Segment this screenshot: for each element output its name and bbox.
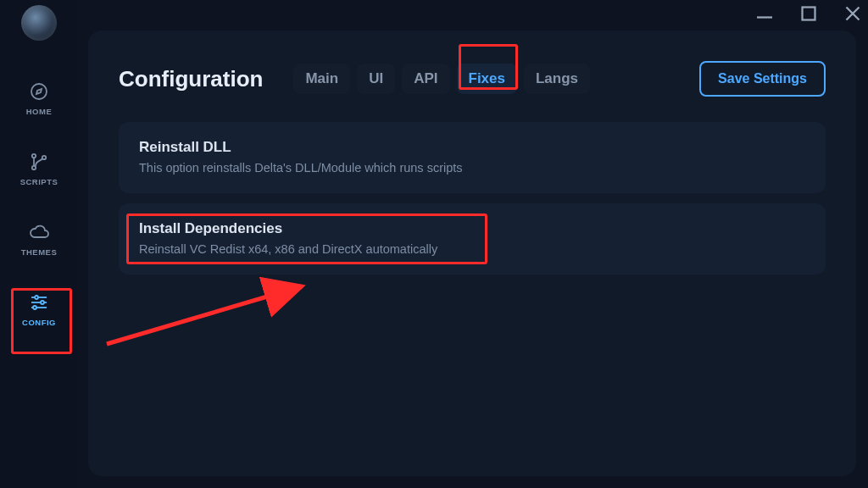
svg-point-6: [32, 154, 36, 158]
svg-rect-1: [803, 8, 815, 20]
sidebar-item-label: SCRIPTS: [20, 177, 58, 186]
close-button[interactable]: [843, 3, 863, 24]
tab-api[interactable]: API: [402, 64, 449, 94]
app-logo: [21, 5, 57, 41]
panel-install-dependencies[interactable]: Install Dependencies Reinstall VC Redist…: [119, 203, 826, 274]
sidebar-item-label: HOME: [26, 107, 53, 116]
sidebar-item-label: THEMES: [21, 247, 58, 257]
tabs: Main UI API Fixes Langs: [293, 64, 590, 94]
sidebar: HOME SCRIPTS THEMES CONFIG: [0, 0, 78, 488]
panel-reinstall-dll[interactable]: Reinstall DLL This option reinstalls Del…: [119, 122, 826, 193]
sidebar-item-scripts[interactable]: SCRIPTS: [13, 145, 65, 193]
panel-title: Reinstall DLL: [139, 139, 805, 156]
sidebar-item-config[interactable]: CONFIG: [13, 286, 65, 334]
sidebar-item-home[interactable]: HOME: [13, 75, 65, 123]
maximize-button[interactable]: [798, 3, 819, 24]
sidebar-item-label: CONFIG: [22, 318, 56, 327]
panel-title: Install Dependencies: [139, 220, 805, 237]
content-pane: Configuration Main UI API Fixes Langs Sa…: [88, 30, 856, 476]
tab-fixes[interactable]: Fixes: [457, 64, 517, 94]
panel-desc: Reinstall VC Redist x64, x86 and DirectX…: [139, 242, 805, 256]
minimize-button[interactable]: [754, 3, 775, 24]
window-controls: [754, 3, 863, 24]
panel-desc: This option reinstalls Delta's DLL/Modul…: [139, 161, 805, 175]
sidebar-item-themes[interactable]: THEMES: [13, 215, 65, 263]
svg-point-12: [41, 301, 44, 304]
svg-marker-5: [36, 89, 42, 94]
branch-icon: [29, 152, 49, 172]
header-row: Configuration Main UI API Fixes Langs Sa…: [119, 61, 826, 97]
svg-point-4: [31, 84, 47, 99]
cloud-icon: [29, 222, 49, 242]
svg-point-14: [33, 306, 36, 309]
tab-ui[interactable]: UI: [357, 64, 395, 94]
tab-langs[interactable]: Langs: [524, 64, 590, 94]
svg-point-10: [35, 296, 38, 299]
save-settings-button[interactable]: Save Settings: [699, 61, 826, 97]
compass-icon: [29, 81, 49, 102]
sliders-icon: [29, 292, 49, 313]
page-title: Configuration: [119, 66, 263, 92]
svg-point-7: [32, 166, 36, 169]
tab-main[interactable]: Main: [293, 64, 350, 94]
